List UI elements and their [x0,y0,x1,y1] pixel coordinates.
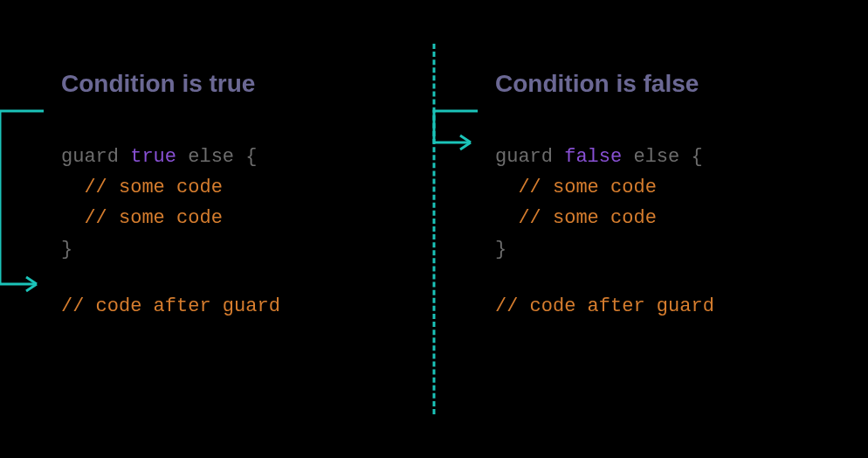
left-code: guard true else { // some code // some c… [61,142,399,322]
else-keyword: else [633,146,679,168]
right-title: Condition is false [495,70,833,98]
left-panel: Condition is true guard true else { // s… [0,0,434,458]
guard-line: guard true else { [61,142,399,172]
left-title: Condition is true [61,70,399,98]
condition-true: true [130,146,176,168]
comment-1: // some code [518,177,656,198]
condition-false: false [564,146,622,168]
right-code: guard false else { // some code // some … [495,142,833,322]
body-line-1: // some code [61,172,399,203]
brace-open: { [234,146,257,168]
spacer [61,265,399,291]
arrow-right-icon [425,101,486,153]
after-guard: // code after guard [61,291,399,322]
body-line-2: // some code [495,203,833,233]
else-keyword: else [188,146,234,168]
right-panel: Condition is false guard false else { //… [434,0,868,458]
brace-close: } [495,234,833,265]
brace-open: { [679,146,702,168]
arrow-left-icon [0,101,52,297]
after-guard: // code after guard [495,291,833,322]
spacer [495,265,833,291]
guard-keyword: guard [61,146,119,168]
comment-2: // some code [84,207,222,229]
body-line-2: // some code [61,203,399,233]
comment-2: // some code [518,207,656,229]
diagram-container: Condition is true guard true else { // s… [0,0,868,458]
body-line-1: // some code [495,172,833,203]
guard-keyword: guard [495,146,553,168]
guard-line: guard false else { [495,142,833,172]
brace-close: } [61,234,399,265]
comment-1: // some code [84,177,222,198]
